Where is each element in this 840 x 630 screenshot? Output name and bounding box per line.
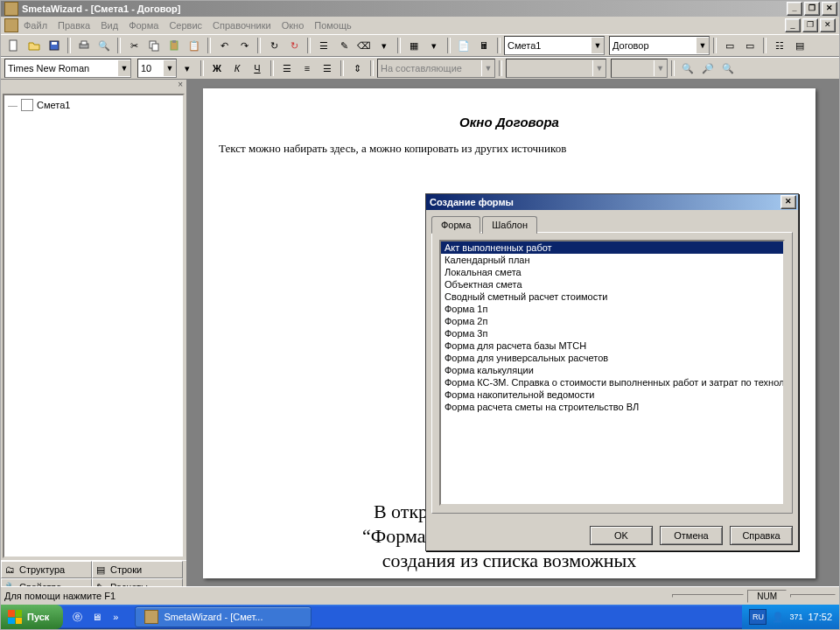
bold-button[interactable]: Ж [207, 59, 227, 78]
help-button[interactable]: Справка [730, 526, 793, 545]
copy-icon[interactable] [144, 36, 164, 55]
ie-icon[interactable]: ⓔ [68, 608, 86, 626]
zoom-fit-icon[interactable]: 🔍 [718, 59, 738, 78]
tree-root-item[interactable]: ― Смета1 [8, 99, 179, 111]
list-item[interactable]: Форма для расчета базы МТСН [441, 340, 783, 352]
sidetab-lines[interactable]: ▤Строки [92, 561, 183, 578]
list-item[interactable]: Форма 2п [441, 315, 783, 327]
menu-edit[interactable]: Правка [58, 20, 90, 31]
clock[interactable]: 17:52 [808, 612, 832, 622]
side-panel: × ― Смета1 🗂Структура ▤Строки 🔧Свойства … [1, 80, 187, 596]
dialog-close-button[interactable]: ✕ [780, 195, 796, 209]
table-icon[interactable]: ▦ [404, 36, 424, 55]
tree-collapse-icon[interactable]: ― [8, 100, 18, 110]
props-icon[interactable]: ▤ [790, 36, 809, 55]
paste-special-icon[interactable]: 📋 [185, 36, 204, 55]
dialog-titlebar[interactable]: Создание формы ✕ [426, 194, 798, 210]
list-item[interactable]: Локальная смета [441, 266, 783, 278]
list-item[interactable]: Форма 3п [441, 327, 783, 340]
undo-icon[interactable]: ↶ [214, 36, 234, 55]
menu-form[interactable]: Форма [129, 20, 158, 31]
fontsize-selector[interactable]: 10 ▼ [137, 59, 177, 78]
arrow-down-icon[interactable]: ▾ [424, 36, 444, 55]
svg-rect-0 [10, 40, 17, 51]
brush-icon[interactable]: ✎ [334, 36, 354, 55]
save-icon[interactable] [45, 36, 64, 55]
more-icon[interactable]: » [107, 608, 124, 626]
underline-button[interactable]: Ч [248, 59, 267, 78]
align-center-icon[interactable]: ≡ [298, 59, 317, 78]
list-item[interactable]: Форма для универсальных расчетов [441, 352, 783, 364]
zoom-in-icon[interactable]: 🔍 [678, 59, 697, 78]
form-listbox[interactable]: Акт выполненных работКалендарный планЛок… [439, 240, 785, 506]
list-item[interactable]: Объектная смета [441, 278, 783, 290]
doc-close-button[interactable]: ✕ [820, 18, 836, 32]
menu-window[interactable]: Окно [282, 20, 304, 31]
list-item[interactable]: Форма накопительной ведомости [441, 388, 783, 401]
tab-template[interactable]: Шаблон [482, 216, 537, 234]
status-cell-3 [790, 594, 836, 598]
lang-indicator[interactable]: RU [749, 609, 766, 625]
sidetab-structure[interactable]: 🗂Структура [1, 561, 92, 578]
list-item[interactable]: Сводный сметный расчет стоимости [441, 290, 783, 303]
eraser-icon[interactable]: ⌫ [354, 36, 374, 55]
form-selector[interactable]: Договор ▼ [609, 36, 710, 55]
paste-icon[interactable] [164, 36, 184, 55]
cut-icon[interactable]: ✂ [124, 36, 144, 55]
doc-minimize-button[interactable]: _ [785, 18, 801, 32]
print-icon[interactable] [74, 36, 94, 55]
taskbar-app-button[interactable]: SmetaWizard - [Смет... [135, 606, 312, 627]
page1-icon[interactable]: ▭ [720, 36, 739, 55]
doc-maximize-button[interactable]: ❐ [802, 18, 818, 32]
doc-selector-value: Смета1 [508, 40, 541, 51]
menu-directories[interactable]: Справочники [213, 20, 271, 31]
align-right-icon[interactable]: ☰ [318, 59, 337, 78]
tab-form[interactable]: Форма [431, 216, 480, 234]
menu-view[interactable]: Вид [101, 20, 118, 31]
redo-icon[interactable]: ↷ [234, 36, 254, 55]
ok-button[interactable]: OK [590, 526, 653, 545]
cancel-button[interactable]: Отмена [660, 526, 723, 545]
chevron-down-icon[interactable]: ▾ [374, 36, 394, 55]
fontsize-dec-icon[interactable]: ▾ [178, 59, 197, 78]
list-item[interactable]: Акт выполненных работ [441, 242, 783, 254]
zoom-out-icon[interactable]: 🔎 [698, 59, 718, 78]
calc-icon[interactable]: 🖩 [474, 36, 494, 55]
tree-root-label: Смета1 [37, 100, 70, 110]
form-selector-value: Договор [612, 40, 649, 51]
list-item[interactable]: Форма КС-3М. Справка о стоимости выполне… [441, 376, 783, 388]
font-value: Times New Roman [8, 63, 89, 74]
list-icon[interactable]: ☰ [314, 36, 333, 55]
list-item[interactable]: Форма калькуляции [441, 364, 783, 376]
list-item[interactable]: Форма 1п [441, 303, 783, 315]
new-icon[interactable] [4, 36, 24, 55]
menu-service[interactable]: Сервис [169, 20, 202, 31]
panel-close-icon[interactable]: × [1, 80, 186, 92]
minimize-button[interactable]: _ [787, 2, 802, 16]
tray-icon[interactable]: 👤 [772, 612, 784, 623]
maximize-button[interactable]: ❐ [804, 2, 820, 16]
align-left-icon[interactable]: ☰ [277, 59, 297, 78]
refresh-icon[interactable]: ↻ [264, 36, 284, 55]
refresh2-icon[interactable]: ↻ [284, 36, 304, 55]
menu-file[interactable]: Файл [24, 20, 47, 31]
font-selector[interactable]: Times New Roman ▼ [4, 59, 131, 78]
start-button[interactable]: Пуск [1, 605, 63, 629]
menu-help[interactable]: Помощь [314, 20, 352, 31]
open-icon[interactable] [24, 36, 44, 55]
doc-selector[interactable]: Смета1 ▼ [504, 36, 605, 55]
italic-button[interactable]: К [228, 59, 247, 78]
desktop-icon[interactable]: 🖥 [88, 608, 105, 626]
document-icon [21, 99, 33, 111]
list-item[interactable]: Календарный план [441, 254, 783, 266]
list-item[interactable]: Форма расчета сметы на строительство ВЛ [441, 401, 783, 413]
taskbar-app-label: SmetaWizard - [Смет... [164, 612, 262, 622]
expand-icon[interactable]: ⇕ [347, 59, 367, 78]
preview-icon[interactable]: 🔍 [94, 36, 114, 55]
close-button[interactable]: ✕ [822, 2, 837, 16]
form-icon[interactable]: 📄 [454, 36, 473, 55]
tray-count: 371 [789, 612, 802, 621]
page2-icon[interactable]: ▭ [740, 36, 760, 55]
tree-icon[interactable]: ☷ [770, 36, 789, 55]
project-tree[interactable]: ― Смета1 [3, 94, 185, 558]
